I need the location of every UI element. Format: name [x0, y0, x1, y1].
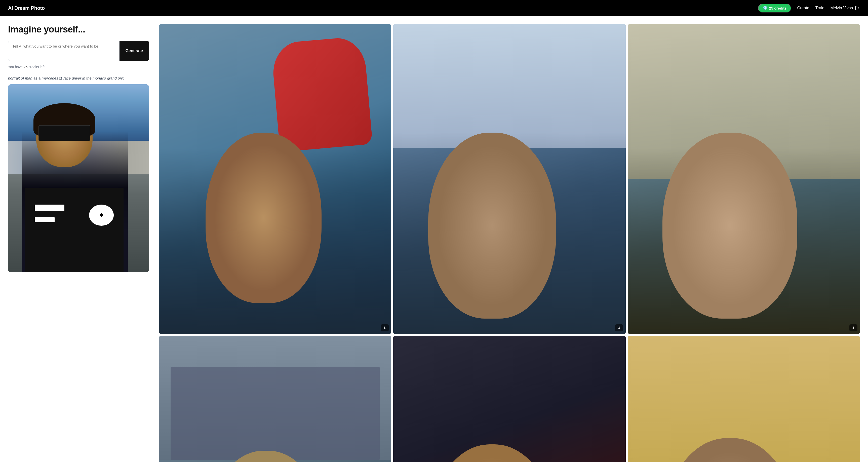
grid-image-4[interactable]: ⬇: [159, 336, 391, 462]
credits-suffix: credits left: [27, 65, 44, 69]
person-face-2: [428, 133, 556, 318]
person-face-1: [206, 133, 322, 303]
download-btn-3[interactable]: ⬇: [849, 325, 858, 331]
prompt-area: Generate: [8, 41, 149, 61]
suit-logo-2: [35, 217, 54, 222]
main-content: Imagine yourself... Generate You have 25…: [0, 0, 868, 462]
nav-create[interactable]: Create: [797, 6, 809, 10]
username-label: Melvin Vivas: [830, 6, 853, 10]
grid-image-2[interactable]: ⬇: [393, 24, 625, 334]
grid-image-6[interactable]: ⬇: [628, 336, 860, 462]
diamond-icon: 💎: [763, 6, 768, 10]
download-btn-1[interactable]: ⬇: [381, 325, 389, 331]
prompt-input[interactable]: [8, 41, 120, 61]
racing-suit: ✱: [25, 188, 124, 272]
credits-number: 25: [24, 65, 28, 69]
instruments: [170, 367, 380, 460]
header: AI Dream Photo 💎 25 credits Create Train…: [0, 0, 868, 16]
suit-logo-1: [35, 205, 64, 211]
grid-image-1[interactable]: ⬇: [159, 24, 391, 334]
grid-image-5[interactable]: ⬇: [393, 336, 625, 462]
sunglasses: [39, 126, 90, 141]
current-prompt-label: portrait of man as a mercedes f1 race dr…: [8, 76, 149, 80]
mercedes-logo: ✱: [89, 205, 114, 226]
left-panel: Imagine yourself... Generate You have 25…: [8, 24, 149, 462]
credits-prefix: You have: [8, 65, 24, 69]
image-grid: ⬇ ⬇ ⬇ ⬇: [159, 24, 860, 462]
grid-image-3[interactable]: ⬇: [628, 24, 860, 334]
main-image-container: ✱: [8, 84, 149, 272]
nav-train[interactable]: Train: [815, 6, 825, 10]
helicopter: [271, 36, 373, 152]
header-right: 💎 25 credits Create Train Melvin Vivas: [758, 4, 860, 12]
logout-icon[interactable]: [855, 5, 860, 10]
download-btn-2[interactable]: ⬇: [615, 325, 623, 331]
header-user[interactable]: Melvin Vivas: [830, 5, 860, 10]
person-face-5: [428, 444, 556, 462]
generate-button[interactable]: Generate: [120, 41, 149, 61]
credits-info: You have 25 credits left: [8, 65, 149, 69]
app-logo: AI Dream Photo: [8, 5, 45, 11]
page-title: Imagine yourself...: [8, 24, 149, 35]
credits-badge[interactable]: 💎 25 credits: [758, 4, 791, 12]
credits-label: 25 credits: [769, 6, 787, 10]
person-face-3: [662, 133, 797, 318]
main-generated-image: ✱: [8, 84, 149, 272]
building-bg: [393, 24, 625, 148]
